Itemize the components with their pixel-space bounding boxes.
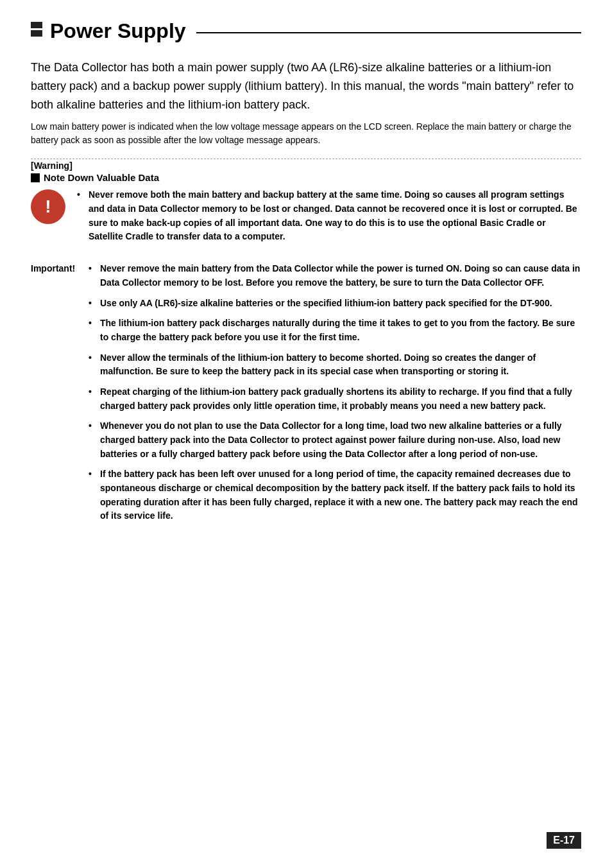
title-line: Power Supply [50,19,581,43]
important-bullet-item: Never allow the terminals of the lithium… [89,351,581,379]
important-bullet-item: The lithium-ion battery pack discharges … [89,317,581,344]
note-bullet-item: Never remove both the main battery and b… [77,188,581,244]
page-header: Power Supply [31,19,581,43]
important-label: Important! [31,262,89,276]
important-bullet-list: Never remove the main battery from the D… [89,262,581,523]
page-number: E-17 [547,832,581,849]
important-bullet-item: Repeat charging of the lithium-ion batte… [89,385,581,413]
important-bullet-item: If the battery pack has been left over u… [89,467,581,523]
important-block: Important! Never remove the main battery… [31,262,581,530]
note-section-title-row: Note Down Valuable Data [31,172,581,183]
warning-divider [31,159,581,159]
warning-label: [Warning] [31,161,581,171]
header-icon-rect2 [31,30,42,37]
title-rule [196,32,581,33]
page-title: Power Supply [50,19,186,43]
important-content: Never remove the main battery from the D… [89,262,581,530]
section-square-icon [31,173,40,182]
exclamation-icon: ! [45,198,51,216]
intro-paragraph1: The Data Collector has both a main power… [31,58,581,114]
important-bullet-item: Use only AA (LR6)-size alkaline batterie… [89,297,581,311]
header-icon [31,22,42,37]
note-bullet-list: Never remove both the main battery and b… [77,188,581,244]
warning-content: Never remove both the main battery and b… [77,188,581,250]
warning-icon: ! [31,189,65,224]
note-section-title: Note Down Valuable Data [44,172,159,183]
important-bullet-item: Never remove the main battery from the D… [89,262,581,290]
warning-block: ! Never remove both the main battery and… [31,188,581,250]
intro-paragraph2: Low main battery power is indicated when… [31,120,581,147]
header-icon-rect1 [31,22,42,28]
important-bullet-item: Whenever you do not plan to use the Data… [89,419,581,461]
